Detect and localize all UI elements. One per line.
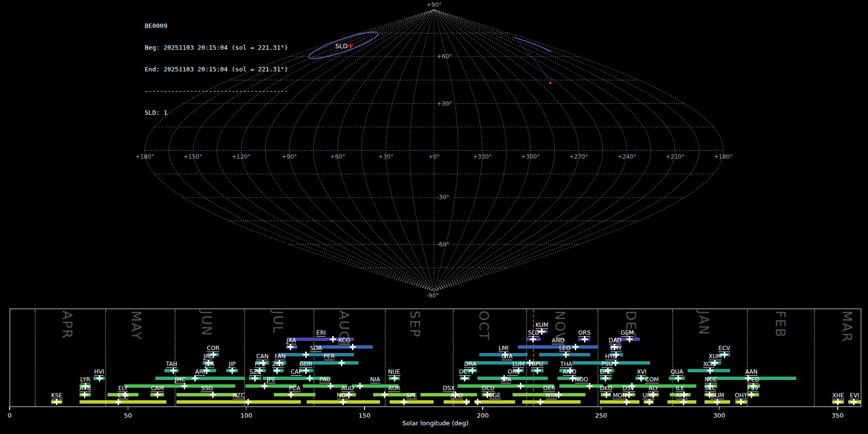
shower-peak-JIP [229, 367, 235, 374]
shower-label-XCB: XCB [703, 361, 715, 368]
shower-label-JMC: JMC [175, 376, 185, 383]
shower-label-JRC: JRC [203, 353, 213, 360]
shower-peak-RPU [534, 367, 541, 374]
shower-peak-ERI [330, 336, 336, 342]
shower-peak-NIA [357, 383, 363, 389]
figure: +180°+150°+120°+90°+60°+30°+0°+330°+300°… [0, 0, 868, 434]
shower-label-CAP: CAP [291, 368, 302, 376]
shower-label-JEA: JEA [205, 361, 214, 368]
shower-bar-NOO [559, 384, 603, 388]
x-tick-200 [482, 407, 483, 410]
shower-peak-QUA [675, 375, 681, 381]
shower-peak-KCG [350, 344, 356, 350]
x-tick-50 [128, 407, 129, 410]
shower-peak-AVB [81, 392, 88, 398]
shower-label-STA: STA [501, 376, 511, 383]
shower-peak-PER [339, 360, 345, 366]
shower-peak-HYD [612, 360, 619, 366]
shower-label-AVB: AVB [80, 385, 91, 392]
shower-peak-GDR [303, 367, 309, 374]
shower-peak-ZCS [274, 367, 280, 374]
shower-label-SZC: SZC [249, 368, 261, 376]
month-label-SEP: SEP [407, 311, 422, 338]
shower-bar-NTA [522, 400, 581, 404]
shower-label-EGE: EGE [489, 392, 501, 399]
shower-label-NIA: NIA [370, 376, 380, 383]
shower-label-OER: OER [543, 385, 555, 392]
shower-peak-NUE [392, 375, 398, 381]
shower-label-SPE: SPE [406, 392, 417, 399]
shower-peak-CAM [154, 392, 161, 398]
shower-label-NTA: NTA [546, 392, 557, 399]
shower-bar-ORI [477, 377, 548, 380]
shower-label-PSU: PSU [601, 361, 613, 368]
shower-bar-DSX [420, 393, 477, 396]
month-separator [313, 310, 314, 406]
shower-peak-SLD [530, 336, 536, 342]
shower-peak-ARD [463, 399, 470, 405]
month-separator [35, 310, 36, 406]
shower-label-NZC: NZC [232, 392, 245, 399]
shower-peak-HVI [96, 375, 103, 381]
x-tick-label-50: 50 [124, 412, 132, 419]
x-tick-label-350: 350 [831, 412, 843, 419]
shower-label-XVI: XVI [637, 368, 647, 376]
shower-label-FED: FED [748, 376, 760, 383]
shower-label-ARI: ARI [195, 368, 205, 376]
shower-label-PAU: PAU [319, 376, 330, 383]
x-tick-label-100: 100 [240, 412, 252, 419]
shower-label-KUM: KUM [535, 322, 548, 329]
shower-label-AND: AND [552, 337, 564, 344]
month-separator [526, 310, 527, 406]
shower-bar-ARI [155, 377, 244, 380]
shower-label-LUM: LUM [513, 361, 525, 368]
shower-peak-DKD [603, 392, 610, 398]
month-label-FEB: FEB [773, 311, 788, 338]
shower-label-CTA: CTA [502, 353, 513, 360]
shower-label-FAN: FAN [275, 353, 286, 360]
shower-peak-AUR [381, 392, 388, 398]
shower-peak-NZC [245, 399, 251, 405]
shower-bar-SPE [390, 400, 434, 404]
shower-label-QUA: QUA [670, 368, 683, 376]
x-axis-title: Solar longitude (deg) [402, 420, 468, 427]
shower-peak-TAH [170, 367, 176, 374]
shower-label-ALY: ALY [649, 385, 659, 392]
shower-peak-AND [572, 344, 579, 350]
x-tick-label-200: 200 [477, 412, 489, 419]
shower-peak-ARI [192, 375, 198, 381]
shower-label-JPE: JPE [267, 376, 275, 383]
shower-label-SSG: SSG [201, 385, 213, 392]
month-separator [814, 310, 815, 406]
shower-peak-MON [624, 399, 630, 405]
x-tick-150 [364, 407, 365, 410]
sol-marker-line [533, 310, 534, 406]
shower-label-OCU: OCU [482, 385, 495, 392]
shower-label-COR: COR [207, 345, 219, 352]
shower-label-GDR: GDR [299, 361, 312, 368]
shower-bar-STA [458, 384, 554, 388]
month-label-MAY: MAY [129, 311, 144, 340]
month-label-OCT: OCT [476, 311, 491, 341]
shower-peak-EGE [475, 399, 481, 405]
shower-bar-JMC [124, 384, 235, 388]
shower-peak-EVI [851, 399, 857, 405]
shower-label-CAM: CAM [151, 385, 164, 392]
x-tick-label-300: 300 [713, 412, 725, 419]
month-separator [175, 310, 176, 406]
month-label-JUL: JUL [271, 311, 285, 334]
shower-label-LYR: LYR [80, 376, 90, 383]
shower-label-THA: THA [560, 361, 572, 368]
month-label-JAN: JAN [696, 311, 711, 336]
shower-peak-DPC [602, 375, 609, 381]
shower-peak-SDA [303, 352, 309, 358]
shower-label-PCA: PCA [289, 385, 300, 392]
shower-peak-NTA [537, 399, 543, 405]
shower-peak-GUM [714, 399, 720, 405]
x-tick-label-250: 250 [595, 412, 607, 419]
shower-label-DRA: DRA [464, 361, 476, 368]
shower-peak-JPE [261, 383, 268, 389]
shower-label-ARD: ARD [450, 392, 463, 399]
shower-label-NDA: NDA [337, 392, 350, 399]
x-tick-0 [9, 407, 10, 410]
